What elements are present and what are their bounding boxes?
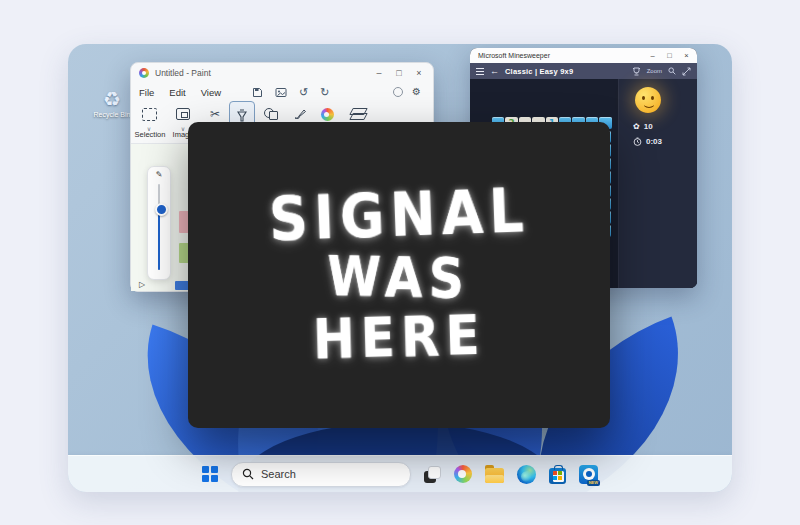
graffiti-line-1: SIGNAL (268, 181, 531, 251)
shapes-tool-button[interactable] (261, 104, 281, 124)
clock-icon (633, 137, 642, 146)
menu-hamburger-icon[interactable] (476, 68, 484, 75)
menu-edit[interactable]: Edit (169, 87, 185, 98)
microsoft-store-button[interactable] (549, 468, 566, 484)
timer: 0:03 (633, 137, 693, 146)
mine-count-value: 10 (644, 122, 653, 131)
slider-thumb[interactable] (155, 203, 168, 216)
layers-icon (351, 108, 364, 120)
trophy-icon[interactable] (632, 67, 641, 76)
minesweeper-navbar: ← Classic | Easy 9x9 Zoom (470, 63, 697, 79)
start-button[interactable] (202, 466, 218, 482)
outlook-new-badge: NEW (587, 480, 600, 486)
resize-arrow-icon[interactable]: ▷ (139, 280, 145, 289)
copilot-taskbar-button[interactable] (454, 465, 472, 483)
graffiti-line-3: HERE (312, 306, 486, 367)
minimize-button[interactable]: – (644, 49, 661, 63)
taskbar: Search NEW (68, 455, 732, 492)
save-icon[interactable] (252, 87, 263, 98)
spray-can-icon (236, 109, 248, 123)
paint-window-title: Untitled - Paint (155, 68, 211, 78)
search-placeholder: Search (261, 468, 296, 480)
paint-menubar: File Edit View ↺ ↻ ⚙ (131, 83, 433, 101)
magnifier-icon[interactable] (668, 67, 676, 75)
brush-icon (293, 108, 306, 120)
search-icon (242, 468, 254, 480)
graffiti-overlay: SIGNAL WAS HERE (188, 122, 610, 428)
slider-fill (158, 207, 160, 270)
selection-group-label: Selection (131, 130, 169, 139)
smiley-reset-button[interactable] (635, 87, 661, 113)
scissors-icon: ✂ (210, 108, 220, 120)
edge-browser-button[interactable] (517, 465, 536, 484)
store-window-logo (553, 471, 564, 482)
maximize-button[interactable]: □ (661, 49, 678, 63)
minesweeper-window-title: Microsoft Minesweeper (478, 52, 550, 59)
file-explorer-button[interactable] (485, 468, 504, 483)
copilot-icon (321, 108, 334, 121)
selection-icon (142, 108, 157, 121)
layers-button[interactable] (347, 104, 367, 124)
redo-icon[interactable]: ↻ (320, 87, 329, 98)
back-arrow-icon[interactable]: ← (490, 67, 499, 76)
task-view-button[interactable] (424, 466, 441, 483)
minimize-button[interactable]: – (369, 64, 389, 82)
zoom-label: Zoom (647, 68, 662, 74)
maximize-button[interactable]: □ (389, 64, 409, 82)
picture-icon[interactable] (275, 87, 287, 98)
selection-tool-button[interactable] (139, 104, 159, 124)
shapes-icon (264, 108, 278, 120)
status-dot-icon[interactable] (393, 87, 403, 97)
paint-titlebar[interactable]: Untitled - Paint – □ × (131, 63, 433, 83)
crop-icon (176, 108, 190, 120)
game-mode-label: Classic | Easy 9x9 (505, 67, 573, 76)
close-button[interactable]: × (409, 64, 429, 82)
pencil-icon: ✎ (148, 170, 170, 179)
mine-flower-icon: ✿ (633, 123, 640, 131)
copilot-button[interactable] (317, 104, 337, 124)
minesweeper-side-panel: ✿ 10 0:03 (618, 79, 697, 288)
fullscreen-icon[interactable] (682, 67, 691, 76)
close-button[interactable]: × (678, 49, 695, 63)
outlook-o-icon (583, 468, 595, 480)
menu-file[interactable]: File (139, 87, 154, 98)
outlook-button[interactable]: NEW (579, 465, 598, 484)
undo-icon[interactable]: ↺ (299, 87, 308, 98)
graffiti-line-2: WAS (327, 248, 471, 305)
scissors-tool-button[interactable]: ✂ (205, 104, 225, 124)
gear-icon[interactable]: ⚙ (412, 87, 421, 97)
desktop-screen: ♻ Recycle Bin Untitled - Paint – □ × Fil… (68, 44, 732, 492)
minesweeper-titlebar[interactable]: Microsoft Minesweeper – □ × (470, 48, 697, 63)
zoom-slider-panel: ✎ (147, 166, 171, 280)
timer-value: 0:03 (646, 137, 662, 146)
paint-app-icon (139, 68, 149, 78)
brushes-tool-button[interactable] (289, 104, 309, 124)
menu-view[interactable]: View (201, 87, 221, 98)
mine-counter: ✿ 10 (633, 122, 693, 131)
search-input[interactable]: Search (231, 462, 411, 487)
image-tool-button[interactable] (173, 104, 193, 124)
